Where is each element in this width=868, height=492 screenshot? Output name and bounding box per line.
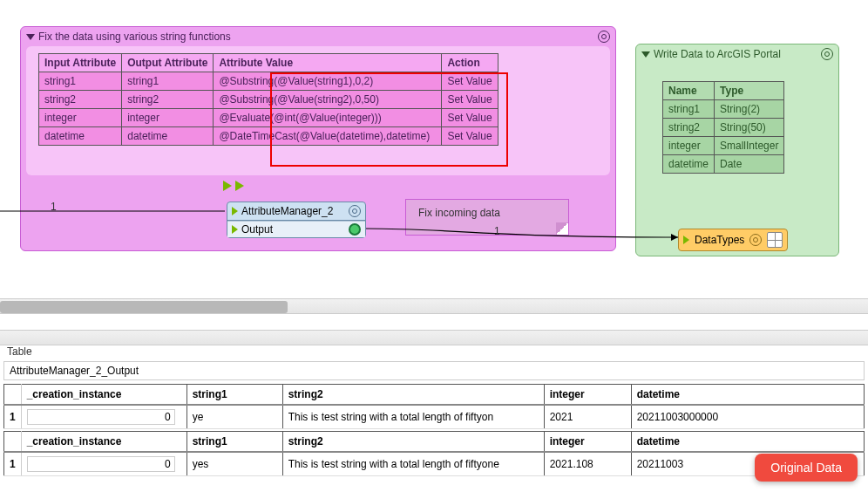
col[interactable]: string1 <box>186 385 282 406</box>
link-count: 1 <box>494 225 500 237</box>
result-table-1: _creation_instance string1 string2 integ… <box>3 384 865 429</box>
table-row: datetimeDate <box>663 155 784 174</box>
cell: This is test string with a total length … <box>282 452 544 476</box>
data-inspector-panel: Table AttributeManager_2_Output _creatio… <box>3 344 865 492</box>
cell: 20211003000000 <box>631 405 864 429</box>
write-data-annotation[interactable]: Write Data to ArcGIS Portal Name Type st… <box>635 44 839 256</box>
cell: 2021.108 <box>544 452 631 476</box>
col[interactable]: string2 <box>282 432 544 453</box>
inspect-icon[interactable] <box>349 223 361 236</box>
annotation-body: Name Type string1String(2) string2String… <box>641 64 833 210</box>
transformer-node[interactable]: AttributeManager_2 Output <box>227 202 366 238</box>
original-data-badge: Original Data <box>755 454 858 482</box>
col-value: Attribute Value <box>214 54 442 72</box>
play-icon[interactable] <box>223 181 232 191</box>
sticky-text: Fix incoming data <box>418 207 500 219</box>
col[interactable]: datetime <box>631 432 864 453</box>
table-row: string1String(2) <box>663 100 784 119</box>
output-port-icon <box>232 225 238 234</box>
col-input: Input Attribute <box>39 54 122 72</box>
disclose-icon[interactable] <box>26 34 35 40</box>
table-icon <box>767 232 783 248</box>
transformer-name: AttributeManager_2 <box>241 205 333 217</box>
sticky-note[interactable]: Fix incoming data <box>405 199 569 236</box>
result-table-2: _creation_instance string1 string2 integ… <box>3 431 865 476</box>
input-port-icon[interactable] <box>232 207 238 215</box>
play-icon[interactable] <box>235 181 244 191</box>
table-row: string2string2@Substring(@Value(string2)… <box>39 91 498 109</box>
table-row: integerinteger@Evaluate(@int(@Value(inte… <box>39 109 498 127</box>
table-row[interactable]: 1 0 ye This is test string with a total … <box>4 405 865 429</box>
table-row: integerSmallInteger <box>663 137 784 155</box>
table-row: string2String(50) <box>663 119 784 137</box>
col[interactable]: integer <box>544 385 631 406</box>
col-type: Type <box>715 82 784 100</box>
cell[interactable]: 0 <box>27 456 175 472</box>
datatypes-node[interactable]: DataTypes <box>678 229 788 251</box>
gear-icon[interactable] <box>349 205 361 217</box>
gear-icon[interactable] <box>598 31 610 43</box>
panel-source[interactable]: AttributeManager_2_Output <box>3 361 865 380</box>
link-count: 1 <box>51 201 57 213</box>
table-row: string1string1@Substring(@Value(string1)… <box>39 72 498 91</box>
port-label: Output <box>241 223 273 236</box>
panel-title: Table <box>3 344 865 359</box>
gear-icon[interactable] <box>749 234 762 246</box>
annotation-title: Fix the data using various string functi… <box>38 31 231 43</box>
col[interactable]: string2 <box>282 385 544 406</box>
col[interactable]: datetime <box>631 385 864 406</box>
table-row: datetimedatetime@DateTimeCast(@Value(dat… <box>39 127 498 146</box>
col[interactable]: _creation_instance <box>21 432 186 453</box>
cell[interactable]: 0 <box>27 409 175 425</box>
col-name: Name <box>663 82 715 100</box>
cell: ye <box>186 405 282 429</box>
panel-divider[interactable] <box>0 298 868 314</box>
cell: yes <box>186 452 282 476</box>
disclose-icon[interactable] <box>641 51 650 58</box>
col[interactable]: integer <box>544 432 631 453</box>
col-output: Output Attribute <box>122 54 214 72</box>
attribute-actions-table: Input Attribute Output Attribute Attribu… <box>38 53 498 146</box>
col[interactable]: _creation_instance <box>21 385 186 406</box>
node-label: DataTypes <box>695 234 744 246</box>
input-port-icon[interactable] <box>683 236 689 244</box>
col[interactable]: string1 <box>186 432 282 453</box>
schema-table: Name Type string1String(2) string2String… <box>662 81 784 174</box>
table-row[interactable]: 1 0 yes This is test string with a total… <box>4 452 865 476</box>
col-action: Action <box>442 54 498 72</box>
table-body: string1string1@Substring(@Value(string1)… <box>39 72 498 146</box>
cell: 2021 <box>544 405 631 429</box>
annotation-body: Input Attribute Output Attribute Attribu… <box>26 46 610 175</box>
run-icons[interactable] <box>223 181 244 191</box>
cell: This is test string with a total length … <box>282 405 544 429</box>
annotation-title: Write Data to ArcGIS Portal <box>654 48 781 60</box>
output-port[interactable]: Output <box>227 221 365 237</box>
gear-icon[interactable] <box>821 48 833 60</box>
